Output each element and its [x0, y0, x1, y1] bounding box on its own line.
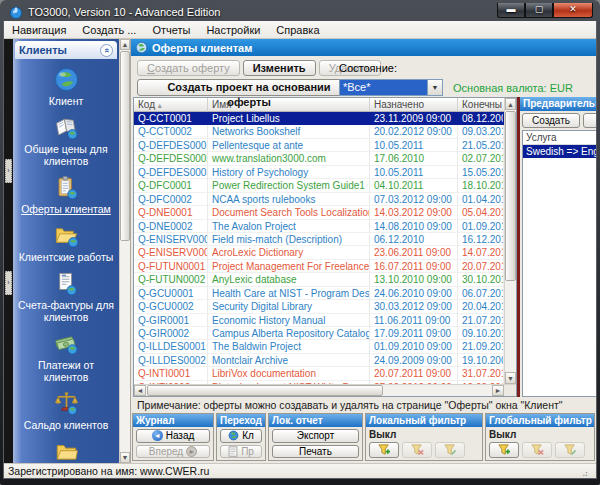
create-project-from-quote-button[interactable]: Создать проект на основании оферты — [137, 79, 361, 96]
table-cell-assigned: 23.06.2011 09:00 — [370, 246, 458, 259]
table-cell-name: Economic History Manual — [208, 314, 370, 327]
scrollbar-thumb[interactable] — [120, 51, 130, 241]
create-quote-button[interactable]: Создать оферту — [137, 60, 240, 76]
sidebar-item-client-payments[interactable]: Платежи от клиентов — [15, 330, 117, 383]
back-button[interactable]: ◄Назад — [136, 429, 210, 443]
sidebar-item-client[interactable]: Клиент — [15, 66, 117, 107]
table-cell-assigned: 01.09.2010 09:00 — [370, 340, 458, 353]
menu-settings[interactable]: Настройки — [198, 22, 268, 38]
scrollbar-thumb[interactable] — [147, 385, 383, 396]
table-cell-deadline: 06.07.2010 — [458, 287, 504, 300]
table-row[interactable]: Q-DFC0001Power Redirection System Guide1… — [134, 179, 504, 192]
scroll-down-icon[interactable]: ▼ — [505, 372, 516, 384]
menu-help[interactable]: Справка — [268, 22, 327, 38]
table-cell-code: Q-FUTUN0001 — [134, 260, 208, 273]
table-cell-code: Q-ENISERV0001 — [134, 233, 208, 246]
preview-clipped-button[interactable] — [583, 113, 596, 128]
sidebar-item-general-prices[interactable]: Общие цены для клиентов — [15, 114, 117, 167]
expand-panel-button[interactable]: › — [5, 159, 12, 183]
service-row-selected[interactable]: Swedish => English — [523, 145, 596, 158]
table-vertical-scrollbar[interactable]: ▲ ▼ — [504, 98, 516, 384]
table-row[interactable]: Q-GIR0001Economic History Manual11.06.20… — [134, 314, 504, 327]
table-row[interactable]: Q-CCT0002Networks Bookshelf20.02.2012 09… — [134, 125, 504, 138]
chevron-down-icon[interactable]: ▼ — [427, 80, 442, 95]
filter-remove-button[interactable] — [402, 442, 432, 458]
filter-edit-button[interactable] — [435, 442, 465, 458]
table-cell-code: Q-DEFDES0003 — [134, 166, 208, 179]
table-cell-code: Q-GIR0002 — [134, 327, 208, 340]
sidebar-item-client-folders[interactable]: Папки клиентов — [15, 438, 117, 463]
table-row[interactable]: Q-DEFDES0003History of Psychology10.05.2… — [134, 166, 504, 179]
filter-remove-button[interactable] — [522, 442, 552, 458]
table-row[interactable]: Q-DNE0002The Avalon Project14.08.2010 09… — [134, 220, 504, 233]
globe-icon — [228, 430, 239, 441]
service-column-header[interactable]: Услуга — [523, 131, 596, 145]
table-row[interactable]: Q-ENISERV0001Field mis-match (Descriptio… — [134, 233, 504, 246]
table-row[interactable]: Q-DEFDES0002www.translation3000.com17.06… — [134, 152, 504, 165]
table-row[interactable]: Q-FUTUN0001Project Management For Freela… — [134, 260, 504, 273]
preview-create-button[interactable]: Создать — [522, 113, 580, 128]
sidebar-item-client-quotes[interactable]: Оферты клиентам — [15, 174, 117, 215]
table-row[interactable]: Q-GIR0002Campus Alberta Repository Catal… — [134, 327, 504, 340]
filter-add-button[interactable] — [369, 442, 399, 458]
state-dropdown[interactable]: *Все* ▼ — [339, 79, 443, 96]
scroll-up-icon[interactable]: ▲ — [120, 39, 130, 50]
table-cell-name: AnyLexic database — [208, 273, 370, 286]
table-row[interactable]: Q-ENISERV0002AcroLexic Dictionary23.06.2… — [134, 246, 504, 259]
filter-add-button[interactable] — [489, 442, 519, 458]
table-cell-assigned: 23.11.2009 09:00 — [370, 112, 458, 125]
table-cell-name: Security Digital Library — [208, 300, 370, 313]
minimize-button[interactable]: ▬ — [497, 3, 525, 18]
app-window: TO3000, Version 10 - Advanced Edition ▬ … — [0, 0, 600, 485]
table-horizontal-scrollbar[interactable]: ◄ ► — [134, 384, 516, 396]
menu-navigation[interactable]: Навигация — [4, 22, 74, 38]
scroll-right-icon[interactable]: ► — [492, 385, 504, 396]
table-cell-deadline: 21.09.2010 — [458, 340, 504, 353]
sidebar-item-label: Платежи от клиентов — [15, 359, 117, 383]
forward-button[interactable]: Вперед► — [136, 445, 210, 459]
print-button[interactable]: Печать — [272, 445, 359, 459]
close-button[interactable]: ✕ — [553, 3, 593, 18]
local-filter-section: Локальный фильтр Выкл — [365, 413, 483, 461]
table-row[interactable]: Q-INTI0001LibriVox documentation20.07.20… — [134, 367, 504, 380]
jump-to-client-button[interactable]: Кл — [220, 429, 262, 443]
resize-grip[interactable]: ⣠ — [582, 465, 592, 477]
table-cell-name: Pellentesque at ante — [208, 139, 370, 152]
expand-panel-button[interactable]: › — [5, 271, 12, 295]
table-cell-name: Health Care at NIST - Program Descriptio… — [208, 287, 370, 300]
table-cell-assigned: 04.10.2011 — [370, 179, 458, 192]
menu-create[interactable]: Создать ... — [74, 22, 144, 38]
table-cell-code: Q-ILLDES0001 — [134, 340, 208, 353]
edit-button[interactable]: Изменить — [243, 60, 316, 76]
jump-to-project-button[interactable]: Пр — [220, 445, 262, 459]
table-row[interactable]: Q-CCT0001Project Libellus23.11.2009 09:0… — [134, 112, 504, 125]
filter-edit-button[interactable] — [555, 442, 585, 458]
menu-reports[interactable]: Отчеты — [144, 22, 198, 38]
table-row[interactable]: Q-FUTUN0002AnyLexic database13.10.2010 0… — [134, 273, 504, 286]
table-cell-deadline: 30.10.2010 — [458, 273, 504, 286]
sidebar-item-client-jobs[interactable]: Клиентские работы — [15, 222, 117, 263]
scrollbar-thumb[interactable] — [505, 111, 516, 281]
table-row[interactable]: Q-ILLDES0001The Baldwin Project01.09.201… — [134, 340, 504, 353]
export-button[interactable]: Экспорт — [272, 429, 359, 443]
maximize-button[interactable]: ▢ — [525, 3, 553, 18]
title-bar[interactable]: TO3000, Version 10 - Advanced Edition ▬ … — [3, 0, 597, 21]
table-row[interactable]: Q-DFC0002NCAA sports rulebooks07.03.2012… — [134, 193, 504, 206]
table-cell-assigned: 13.10.2010 09:00 — [370, 273, 458, 286]
scroll-left-icon[interactable]: ◄ — [134, 385, 146, 396]
sidebar-item-client-invoices[interactable]: Счета-фактуры для клиентов — [15, 270, 117, 323]
window-title: TO3000, Version 10 - Advanced Edition — [28, 6, 497, 18]
globe-icon — [135, 41, 148, 54]
quote-clipboard-icon — [53, 174, 80, 201]
scroll-down-icon[interactable]: ▼ — [120, 452, 130, 463]
collapse-chevron-icon[interactable]: « — [100, 44, 113, 57]
sidebar-item-client-balance[interactable]: Сальдо клиентов — [15, 390, 117, 431]
funnel-edit-icon — [563, 444, 577, 456]
sidebar-scrollbar[interactable]: ▲ ▼ — [119, 39, 130, 463]
table-row[interactable]: Q-DEFDES0001Pellentesque at ante10.05.20… — [134, 139, 504, 152]
page-title: Оферты клиентам — [152, 42, 252, 54]
table-row[interactable]: Q-GCU0001Health Care at NIST - Program D… — [134, 287, 504, 300]
table-row[interactable]: Q-ILLDES0002Montclair Archive24.09.2009 … — [134, 354, 504, 367]
table-row[interactable]: Q-GCU0002Security Digital Library30.03.2… — [134, 300, 504, 313]
table-row[interactable]: Q-DNE0001Document Search Tools Localizat… — [134, 206, 504, 219]
